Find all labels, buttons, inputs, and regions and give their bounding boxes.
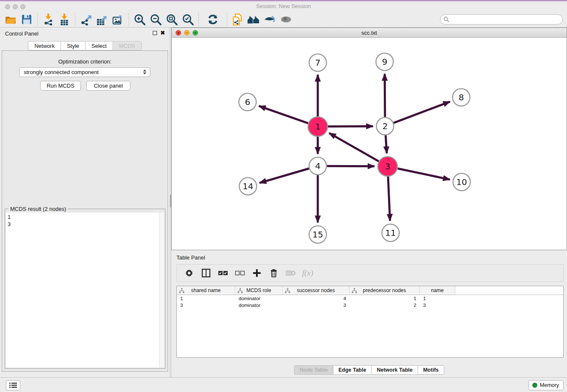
svg-text:6: 6 [245, 97, 250, 107]
graph-edge-3-1[interactable] [329, 133, 379, 161]
houses-button[interactable] [246, 12, 262, 27]
table-settings-button[interactable] [184, 268, 195, 279]
mcds-result-text[interactable]: 1 3 [6, 213, 159, 367]
tab-node-table[interactable]: Node Table [294, 365, 333, 375]
table-panel-tabs: Node Table Edge Table Network Table Moti… [171, 365, 567, 375]
graph-node-15[interactable]: 15 [309, 226, 327, 243]
svg-text:2: 2 [383, 121, 388, 131]
export-network-button[interactable] [78, 12, 94, 27]
select-all-columns-button[interactable] [217, 268, 228, 279]
graph-edge-2-8[interactable] [394, 102, 450, 123]
tab-select[interactable]: Select [85, 41, 113, 50]
graph-node-9[interactable]: 9 [376, 53, 394, 71]
zoom-fit-button[interactable] [164, 12, 180, 27]
graph-node-14[interactable]: 14 [239, 178, 257, 195]
memory-button[interactable]: Memory [528, 380, 564, 390]
tab-network-table[interactable]: Network Table [371, 365, 418, 375]
table-row[interactable]: 3 dominator 3 2 3 [177, 302, 563, 309]
show-task-history-button[interactable] [6, 380, 20, 390]
svg-text:14: 14 [242, 181, 253, 191]
app-titlebar: Session: New Session [0, 1, 567, 11]
column-label: name [431, 287, 443, 293]
import-table-button[interactable] [56, 12, 72, 27]
table-row[interactable]: 1 dominator 4 1 1 [177, 295, 563, 302]
graph-node-3[interactable]: 3 [378, 157, 397, 176]
column-header-successor-nodes[interactable]: successor nodes [283, 286, 350, 295]
svg-text:1: 1 [315, 121, 321, 132]
import-network-button[interactable] [40, 12, 56, 27]
graph-edge-4-14[interactable] [259, 168, 309, 183]
column-header-shared-name[interactable]: shared name [177, 286, 235, 295]
show-columns-button[interactable] [201, 268, 212, 279]
toolbar-separator [75, 13, 75, 26]
zoom-in-button[interactable] [132, 12, 148, 27]
graph-edge-1-2[interactable] [328, 126, 373, 127]
graph-edge-3-11[interactable] [388, 177, 390, 221]
column-label: MCDS role [246, 287, 271, 293]
delete-column-button[interactable] [268, 268, 279, 279]
main-toolbar [0, 11, 567, 28]
svg-text:9: 9 [382, 57, 388, 67]
delete-table-button-disabled [285, 268, 296, 279]
open-file-button[interactable] [3, 12, 19, 27]
checked-boxes-icon [218, 270, 228, 276]
cell-successor-nodes: 3 [283, 303, 350, 308]
graph-node-10[interactable]: 10 [453, 174, 471, 191]
network-window-titlebar[interactable]: x – + scc.txt [172, 28, 567, 38]
graph-node-2[interactable]: 2 [377, 118, 394, 135]
deselect-all-columns-button[interactable] [234, 268, 245, 279]
refresh-button[interactable] [205, 12, 221, 27]
column-header-mcds-role[interactable]: MCDS role [235, 286, 283, 295]
export-image-button[interactable] [110, 12, 126, 27]
memory-status-icon [532, 383, 537, 388]
graph-edge-2-9[interactable] [385, 74, 385, 117]
optimization-criterion-select[interactable]: strongly connected component [19, 67, 150, 77]
svg-text:7: 7 [315, 58, 321, 68]
graph-node-11[interactable]: 11 [382, 224, 399, 242]
add-column-button[interactable] [251, 268, 262, 279]
column-header-predecessor-nodes[interactable]: predecessor nodes [350, 286, 420, 295]
graph-node-1[interactable]: 1 [308, 117, 328, 136]
search-field-wrap [440, 14, 563, 25]
divider-thumb[interactable] [170, 195, 171, 207]
graph-edge-2-3[interactable] [385, 135, 387, 153]
graph-node-7[interactable]: 7 [309, 54, 327, 72]
network-canvas[interactable]: 1234678910111415 [172, 38, 567, 250]
eye-icon [280, 14, 292, 25]
gear-icon [185, 269, 193, 277]
graph-node-8[interactable]: 8 [453, 89, 470, 106]
show-eye-button[interactable] [278, 12, 294, 27]
cell-shared-name: 3 [177, 303, 235, 308]
graph-node-6[interactable]: 6 [239, 94, 256, 111]
export-table-button[interactable] [94, 12, 110, 27]
save-session-button[interactable] [19, 12, 35, 27]
graph-edge-4-3[interactable] [327, 166, 374, 166]
tab-edge-table[interactable]: Edge Table [333, 365, 372, 375]
tab-mcds[interactable]: MCDS [113, 41, 141, 50]
close-panel-icon[interactable]: ✖ [160, 30, 165, 36]
tab-network[interactable]: Network [28, 41, 61, 50]
column-label: successor nodes [297, 287, 335, 293]
search-input[interactable] [440, 14, 563, 25]
tab-motifs[interactable]: Motifs [418, 365, 444, 375]
result-line: 1 [8, 213, 157, 221]
zoom-out-button[interactable] [148, 12, 164, 27]
float-panel-icon[interactable] [153, 31, 157, 35]
mcds-result-group: MCDS result (2 nodes) 1 3 [5, 209, 165, 369]
graph-node-4[interactable]: 4 [309, 157, 327, 175]
run-mcds-button[interactable]: Run MCDS [40, 81, 81, 91]
unchecked-boxes-icon [235, 270, 245, 276]
graph-edge-1-6[interactable] [259, 106, 308, 123]
zoom-selected-button[interactable] [180, 12, 196, 27]
result-scrollbar[interactable] [159, 213, 164, 367]
delete-table-icon [286, 270, 296, 276]
plus-icon [253, 269, 261, 277]
tab-style[interactable]: Style [61, 41, 85, 50]
split-columns-icon [201, 268, 211, 278]
save-floppy-icon [21, 14, 32, 25]
graph-edge-3-10[interactable] [397, 168, 450, 179]
hide-eye-button[interactable] [262, 12, 278, 27]
close-panel-button[interactable]: Close panel [86, 81, 130, 91]
column-header-name[interactable]: name [420, 286, 455, 295]
copy-documents-button[interactable] [230, 12, 246, 27]
